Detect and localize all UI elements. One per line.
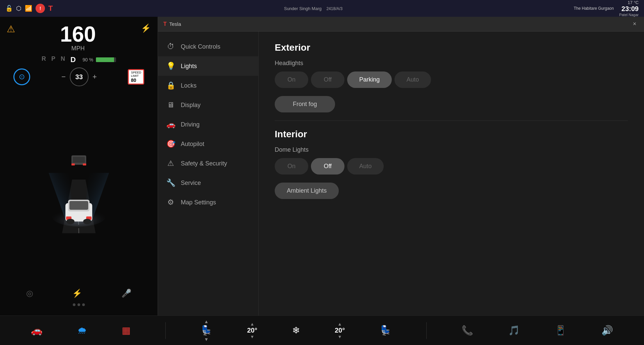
sidebar-item-map-settings[interactable]: ⚙ Map Settings <box>158 193 258 212</box>
speed-display: 160 MPH <box>60 23 96 52</box>
music-icon: 🎵 <box>508 325 520 336</box>
panel-title-label: Tesla <box>169 21 181 27</box>
bottom-car-icon: 🚗 <box>31 325 43 336</box>
dome-on-button[interactable]: On <box>275 158 308 175</box>
separator-2 <box>426 322 427 339</box>
map-road-label: Sunder Singh Marg 2418/A/3 <box>57 6 570 11</box>
svg-rect-7 <box>71 163 75 165</box>
sidebar-item-autopilot[interactable]: 🎯 Autopilot <box>158 134 258 154</box>
warning-icon: ⚠ <box>7 23 15 35</box>
sidebar-item-display[interactable]: 🖥 Display <box>158 95 258 115</box>
dome-lights-button-group: On Off Auto <box>275 158 628 175</box>
sidebar-label-quick-controls: Quick Controls <box>181 43 220 50</box>
right-seat-icon: 💺 <box>380 325 391 336</box>
sidebar-label-display: Display <box>181 102 201 109</box>
right-temp-group[interactable]: ▲ 20° ▼ <box>335 322 345 339</box>
main-content: ⚠ 160 MPH ⚡ R P N D 90 % ⊙ <box>0 17 644 315</box>
dot-3 <box>82 303 85 306</box>
alert-icon: ! <box>36 4 45 13</box>
headlights-off-button[interactable]: Off <box>311 71 344 88</box>
panel-titlebar: T Tesla × <box>158 17 644 32</box>
driver-top-row: ⚠ 160 MPH ⚡ <box>7 23 151 52</box>
sidebar-item-driving[interactable]: 🚗 Driving <box>158 115 258 134</box>
gear-R: R <box>42 55 46 64</box>
gear-P: P <box>51 55 55 64</box>
seat-down-arrow: ▼ <box>204 337 209 342</box>
dot-2 <box>77 303 80 306</box>
mic-icon[interactable]: 🎤 <box>121 289 131 298</box>
service-icon: 🔧 <box>166 179 175 187</box>
ambient-lights-group: Ambient Lights <box>275 183 628 199</box>
bottom-car-item[interactable]: 🚗 <box>31 325 43 336</box>
right-temp-up: ▲ <box>338 322 342 327</box>
top-right-info: The Habitare Gurgaon 17 °C 23:09 Patel N… <box>574 0 639 17</box>
seat-up-arrow: ▲ <box>204 319 209 324</box>
bottom-grid-icon: ▦ <box>122 325 130 336</box>
sidebar-label-autopilot: Autopilot <box>181 141 204 148</box>
left-temp-value: 20° <box>247 327 257 334</box>
autopilot-icon: 🎯 <box>166 140 175 148</box>
sidebar-item-safety-security[interactable]: ⚠ Safety & Security <box>158 154 258 173</box>
status-icons: 🔓 ⬡ 📶 ! T <box>5 4 53 13</box>
sidebar-item-quick-controls[interactable]: ⏱ Quick Controls <box>158 37 258 56</box>
headlights-on-button[interactable]: On <box>275 71 308 88</box>
dome-lights-label: Dome Lights <box>275 146 628 153</box>
display-icon: 🖥 <box>166 101 175 109</box>
dome-off-button[interactable]: Off <box>311 158 344 175</box>
front-fog-group: Front fog <box>275 96 628 112</box>
eco-icon: ⚡ <box>141 23 151 33</box>
headlights-parking-button[interactable]: Parking <box>347 71 392 88</box>
sidebar-label-lights: Lights <box>181 63 197 70</box>
bottom-fan-item[interactable]: ❄ <box>292 325 300 336</box>
phone-call-icon: 📞 <box>462 325 473 336</box>
bottom-seat-right[interactable]: 💺 <box>380 325 391 336</box>
exterior-section-title: Exterior <box>275 42 628 53</box>
dome-auto-button[interactable]: Auto <box>347 158 384 175</box>
sidebar-label-service: Service <box>181 180 201 187</box>
bottom-phone[interactable]: 📱 <box>555 325 567 336</box>
bottom-grid-item[interactable]: ▦ <box>122 325 130 336</box>
driving-icon: 🚗 <box>166 120 175 129</box>
right-temp-value: 20° <box>335 327 345 334</box>
speed-increase-button[interactable]: + <box>93 72 97 81</box>
front-fog-button[interactable]: Front fog <box>275 96 335 112</box>
bottom-wiper-item[interactable]: 🌧 <box>77 325 87 336</box>
bottom-seat-left[interactable]: ▲ 💺 ▼ <box>201 319 212 342</box>
battery-info: 90 % <box>83 57 116 62</box>
headlights-auto-button[interactable]: Auto <box>394 71 431 88</box>
left-temp-up: ▲ <box>250 322 254 327</box>
radio-icon[interactable]: ◎ <box>26 289 33 298</box>
svg-point-15 <box>83 219 91 224</box>
lock-icon: 🔓 <box>5 5 13 12</box>
bottom-bar: 🚗 🌧 ▦ ▲ 💺 ▼ ▲ 20° ▼ ❄ ▲ 20° ▼ 💺 📞 🎵 📱 🔊 <box>0 315 644 345</box>
section-divider <box>275 120 628 121</box>
sidebar-item-locks[interactable]: 🔒 Locks <box>158 76 258 95</box>
sidebar-item-service[interactable]: 🔧 Service <box>158 173 258 193</box>
svg-rect-8 <box>83 163 86 165</box>
ambient-lights-button[interactable]: Ambient Lights <box>275 183 339 199</box>
speed-decrease-button[interactable]: − <box>61 72 66 81</box>
fan-icon: ❄ <box>292 325 300 336</box>
sidebar-label-map-settings: Map Settings <box>181 199 216 206</box>
bottom-music[interactable]: 🎵 <box>508 325 520 336</box>
tesla-logo: T <box>48 4 53 13</box>
svg-rect-6 <box>73 157 85 163</box>
sidebar-item-lights[interactable]: 💡 Lights <box>158 56 258 76</box>
ego-car-svg <box>62 196 96 227</box>
interior-section-title: Interior <box>275 129 628 140</box>
headlights-button-group: On Off Parking Auto <box>275 71 628 88</box>
map-settings-icon: ⚙ <box>166 198 175 207</box>
gear-D: D <box>70 55 76 64</box>
quick-controls-icon: ⏱ <box>166 42 175 51</box>
sidebar-label-safety-security: Safety & Security <box>181 160 227 167</box>
bottom-volume[interactable]: 🔊 <box>601 325 613 336</box>
left-temp-group[interactable]: ▲ 20° ▼ <box>247 322 257 339</box>
habitare-label: The Habitare Gurgaon <box>574 6 614 11</box>
bluetooth-icon: ⬡ <box>16 5 21 12</box>
sidebar-nav: ⏱ Quick Controls 💡 Lights 🔒 Locks 🖥 Disp… <box>158 32 259 315</box>
svg-point-14 <box>66 219 74 224</box>
close-button[interactable]: × <box>631 20 639 28</box>
sidebar-label-driving: Driving <box>181 121 200 128</box>
lightning-icon[interactable]: ⚡ <box>72 289 82 298</box>
bottom-phone-call[interactable]: 📞 <box>462 325 473 336</box>
